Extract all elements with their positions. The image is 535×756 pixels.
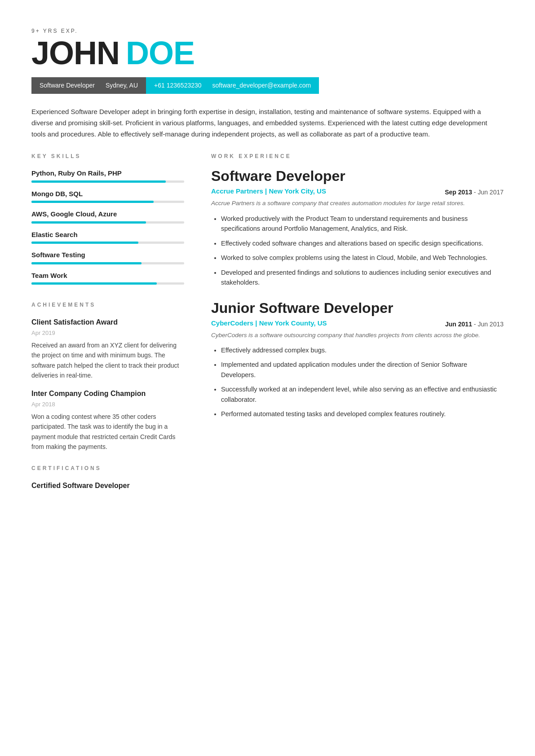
job-bullets-list: Worked productively with the Product Tea… [211,214,504,288]
contact-chip-dark: Software Developer Sydney, AU [31,77,146,94]
job-dates: Jun 2011 - Jun 2013 [445,319,504,329]
job-bullet: Successfully worked at an independent le… [221,384,504,404]
skills-list: Python, Ruby On Rails, PHP Mongo DB, SQL… [31,168,184,285]
job-company-row: Accrue Partners | New York City, US Sep … [211,187,504,197]
right-column: WORK EXPERIENCE Software Developer Accru… [211,152,504,491]
job-bullet: Effectively addressed complex bugs. [221,345,504,355]
skill-bar-bg [31,180,184,183]
job-title: Junior Software Developer [211,300,504,316]
skill-bar-bg [31,221,184,224]
skill-bar-fill [31,201,154,203]
achievement-date: Apr 2019 [31,329,184,338]
job-bullet: Developed and presented findings and sol… [221,268,504,288]
first-name: JOHN [31,37,119,69]
skill-item: Elastic Search [31,230,184,244]
achievement-desc: Won a coding contest where 35 other code… [31,412,184,452]
last-name: DOE [126,37,195,69]
job-item: Junior Software Developer CyberCoders | … [211,300,504,419]
skill-name: Team Work [31,271,184,281]
job-bullets-list: Effectively addressed complex bugs.Imple… [211,345,504,419]
skill-name: AWS, Google Cloud, Azure [31,209,184,220]
skill-item: Python, Ruby On Rails, PHP [31,168,184,183]
summary-text: Experienced Software Developer adept in … [31,106,503,140]
job-description: Accrue Partners is a software company th… [211,199,504,208]
achievement-desc: Received an award from an XYZ client for… [31,340,184,381]
work-experience-title: WORK EXPERIENCE [211,152,504,160]
job-bullet: Implemented and updated application modu… [221,360,504,380]
contact-chip-blue: +61 1236523230 software_developer@exampl… [146,77,319,94]
certifications-section: CERTIFICATIONS Certified Software Develo… [31,464,184,491]
job-bullet: Worked productively with the Product Tea… [221,214,504,234]
skill-item: Mongo DB, SQL [31,189,184,203]
achievement-item: Client Satisfaction Award Apr 2019 Recei… [31,317,184,380]
achievement-title: Client Satisfaction Award [31,317,184,328]
achievements-title: ACHIEVEMENTS [31,301,184,309]
job-description: CyberCoders is a software outsourcing co… [211,331,504,340]
job-date-start: Sep 2013 [445,189,472,196]
achievement-date: Apr 2018 [31,400,184,409]
job-title-chip: Software Developer [40,81,95,90]
achievements-section: ACHIEVEMENTS Client Satisfaction Award A… [31,301,184,452]
skill-name: Python, Ruby On Rails, PHP [31,168,184,179]
contact-row: Software Developer Sydney, AU +61 123652… [31,77,504,94]
job-date-start: Jun 2011 [445,321,472,328]
email-chip: software_developer@example.com [212,81,311,90]
name-row: JOHN DOE [31,37,504,69]
skill-bar-bg [31,282,184,285]
achievement-item: Inter Company Coding Champion Apr 2018 W… [31,388,184,452]
skill-bar-bg [31,242,184,244]
phone-chip: +61 1236523230 [154,81,202,90]
skill-item: Team Work [31,271,184,285]
jobs-list: Software Developer Accrue Partners | New… [211,168,504,419]
job-item: Software Developer Accrue Partners | New… [211,168,504,287]
skill-item: AWS, Google Cloud, Azure [31,209,184,224]
certifications-list: Certified Software Developer [31,480,184,491]
skill-bar-fill [31,262,141,264]
cert-name: Certified Software Developer [31,480,184,491]
skill-bar-bg [31,201,184,203]
skill-name: Mongo DB, SQL [31,189,184,199]
skill-bar-fill [31,180,166,183]
job-bullet: Worked to solve complex problems using t… [221,253,504,263]
skill-name: Elastic Search [31,230,184,240]
skill-item: Software Testing [31,250,184,264]
exp-label: 9+ YRS EXP. [31,27,504,35]
achievement-title: Inter Company Coding Champion [31,388,184,399]
certifications-title: CERTIFICATIONS [31,464,184,472]
skill-name: Software Testing [31,250,184,260]
left-column: KEY SKILLS Python, Ruby On Rails, PHP Mo… [31,152,184,491]
skill-bar-fill [31,282,157,285]
location-chip: Sydney, AU [106,81,138,90]
achievements-list: Client Satisfaction Award Apr 2019 Recei… [31,317,184,452]
job-title: Software Developer [211,168,504,184]
job-dates: Sep 2013 - Jun 2017 [445,187,504,197]
skill-bar-bg [31,262,184,264]
job-company: Accrue Partners | New York City, US [211,187,326,196]
job-bullet: Effectively coded software changes and a… [221,238,504,248]
key-skills-title: KEY SKILLS [31,152,184,160]
job-company: CyberCoders | New York County, US [211,319,327,328]
skill-bar-fill [31,221,146,224]
cert-item: Certified Software Developer [31,480,184,491]
job-company-row: CyberCoders | New York County, US Jun 20… [211,319,504,329]
job-bullet: Performed automated testing tasks and de… [221,409,504,419]
two-col-layout: KEY SKILLS Python, Ruby On Rails, PHP Mo… [31,152,504,491]
skill-bar-fill [31,242,138,244]
